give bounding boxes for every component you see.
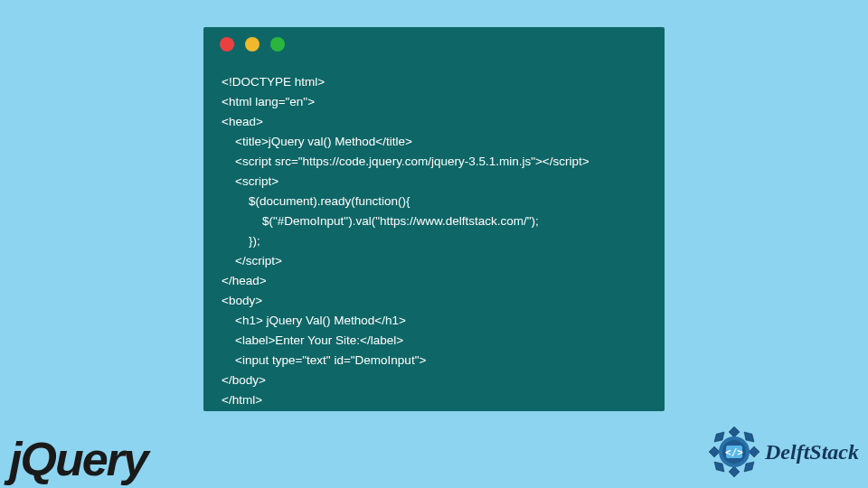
delftstack-gear-icon: </>: [707, 425, 761, 479]
svg-marker-1: [744, 432, 754, 442]
logo-bar: jQuery: [0, 416, 868, 488]
code-content: <!DOCTYPE html> <html lang="en"> <head> …: [203, 61, 665, 421]
svg-marker-4: [729, 466, 740, 477]
jquery-logo-text: jQuery: [9, 433, 147, 485]
svg-marker-6: [709, 446, 720, 457]
svg-marker-5: [714, 462, 724, 472]
close-dot-icon: [220, 37, 234, 52]
delftstack-logo-text: DelftStack: [765, 440, 859, 465]
svg-marker-2: [749, 446, 760, 457]
svg-marker-0: [729, 427, 740, 437]
window-titlebar: [203, 27, 665, 61]
minimize-dot-icon: [245, 37, 259, 52]
svg-text:</>: </>: [725, 446, 743, 458]
maximize-dot-icon: [270, 37, 285, 52]
code-window: <!DOCTYPE html> <html lang="en"> <head> …: [203, 27, 665, 411]
jquery-logo: jQuery: [9, 432, 147, 486]
svg-marker-7: [714, 432, 724, 442]
delftstack-logo: </> DelftStack: [707, 425, 859, 479]
svg-marker-3: [744, 462, 754, 472]
